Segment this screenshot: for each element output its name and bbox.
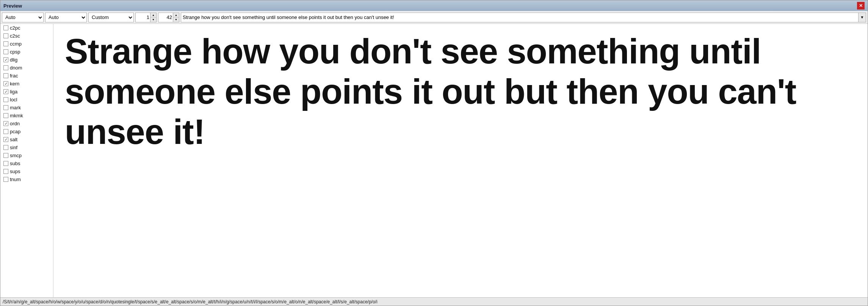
spinner2-down-button[interactable]: ▼	[173, 17, 179, 22]
sidebar-item-smcp[interactable]: smcp	[0, 151, 53, 159]
checkbox-kern[interactable]	[3, 81, 8, 86]
sidebar-item-sinf[interactable]: sinf	[0, 144, 53, 151]
checkbox-cpsp[interactable]	[3, 49, 8, 54]
sidebar: c2pcc2scccmpcpspdligdnomfrackernligalocl…	[0, 24, 53, 297]
sidebar-item-sups[interactable]: sups	[0, 167, 53, 175]
sidebar-item-locl[interactable]: locl	[0, 96, 53, 104]
sidebar-label-subs: subs	[10, 161, 20, 166]
spinner2-input[interactable]	[158, 13, 173, 22]
sidebar-label-smcp: smcp	[10, 153, 22, 158]
spinner1-input[interactable]	[136, 13, 150, 22]
preview-text-input[interactable]	[181, 13, 859, 22]
window-title: Preview	[3, 3, 22, 9]
checkbox-pcap[interactable]	[3, 129, 8, 134]
sidebar-label-pcap: pcap	[10, 129, 20, 134]
sidebar-item-salt[interactable]: salt	[0, 136, 53, 144]
checkbox-mkmk[interactable]	[3, 113, 8, 118]
sidebar-item-frac[interactable]: frac	[0, 72, 53, 80]
main-window: Preview ✕ Auto Auto Custom ▲ ▼ ▲ ▼	[0, 0, 868, 306]
checkbox-sinf[interactable]	[3, 145, 8, 150]
checkbox-ccmp[interactable]	[3, 41, 8, 46]
sidebar-item-ordn[interactable]: ordn	[0, 120, 53, 128]
sidebar-item-kern[interactable]: kern	[0, 80, 53, 88]
auto2-select[interactable]: Auto	[45, 13, 87, 22]
sidebar-label-sups: sups	[10, 169, 20, 174]
sidebar-label-c2pc: c2pc	[10, 25, 20, 31]
checkbox-ordn[interactable]	[3, 121, 8, 126]
checkbox-sups[interactable]	[3, 169, 8, 174]
sidebar-label-ordn: ordn	[10, 121, 20, 126]
checkbox-mark[interactable]	[3, 105, 8, 110]
sidebar-item-ccmp[interactable]: ccmp	[0, 40, 53, 48]
sidebar-label-locl: locl	[10, 97, 17, 103]
sidebar-label-dnom: dnom	[10, 65, 22, 71]
spinner1-down-button[interactable]: ▼	[150, 17, 156, 22]
title-bar: Preview ✕	[0, 0, 868, 11]
preview-text-display: Strange how you don't see something unti…	[65, 32, 856, 152]
sidebar-label-mkmk: mkmk	[10, 113, 23, 118]
checkbox-liga[interactable]	[3, 89, 8, 94]
sidebar-label-tnum: tnum	[10, 177, 21, 182]
preview-area: Strange how you don't see something unti…	[53, 24, 868, 297]
status-text: /S/t/r/a/n/g/e_alt/space/h/o/w/space/y/o…	[3, 299, 378, 304]
sidebar-label-liga: liga	[10, 89, 17, 95]
sidebar-item-mkmk[interactable]: mkmk	[0, 112, 53, 120]
sidebar-label-sinf: sinf	[10, 145, 17, 150]
sidebar-label-ccmp: ccmp	[10, 41, 22, 47]
sidebar-item-cpsp[interactable]: cpsp	[0, 48, 53, 56]
text-dropdown-arrow[interactable]: ▼	[859, 13, 866, 22]
spinner2-up-button[interactable]: ▲	[173, 13, 179, 17]
content-area: c2pcc2scccmpcpspdligdnomfrackernligalocl…	[0, 24, 868, 297]
sidebar-item-subs[interactable]: subs	[0, 159, 53, 167]
checkbox-c2pc[interactable]	[3, 25, 8, 30]
spinner1-container: ▲ ▼	[135, 13, 157, 22]
sidebar-item-pcap[interactable]: pcap	[0, 128, 53, 136]
sidebar-item-liga[interactable]: liga	[0, 88, 53, 96]
spinner2-container: ▲ ▼	[158, 13, 179, 22]
sidebar-label-mark: mark	[10, 105, 21, 110]
sidebar-item-dnom[interactable]: dnom	[0, 64, 53, 72]
sidebar-item-c2sc[interactable]: c2sc	[0, 32, 53, 40]
auto1-select[interactable]: Auto	[2, 13, 44, 22]
close-button[interactable]: ✕	[857, 2, 865, 9]
status-bar: /S/t/r/a/n/g/e_alt/space/h/o/w/space/y/o…	[0, 297, 868, 306]
sidebar-label-dlig: dlig	[10, 57, 17, 63]
toolbar: Auto Auto Custom ▲ ▼ ▲ ▼ ▼	[0, 11, 868, 24]
sidebar-label-c2sc: c2sc	[10, 33, 20, 39]
checkbox-smcp[interactable]	[3, 153, 8, 158]
sidebar-item-tnum[interactable]: tnum	[0, 175, 53, 183]
spinner1-buttons: ▲ ▼	[150, 13, 156, 22]
checkbox-subs[interactable]	[3, 161, 8, 166]
checkbox-tnum[interactable]	[3, 177, 8, 182]
spinner1-up-button[interactable]: ▲	[150, 13, 156, 17]
checkbox-locl[interactable]	[3, 97, 8, 102]
text-combo: ▼	[181, 13, 866, 22]
spinner2-buttons: ▲ ▼	[173, 13, 179, 22]
sidebar-item-c2pc[interactable]: c2pc	[0, 24, 53, 32]
sidebar-item-mark[interactable]: mark	[0, 104, 53, 112]
custom-select[interactable]: Custom	[88, 13, 134, 22]
checkbox-dnom[interactable]	[3, 65, 8, 70]
sidebar-label-kern: kern	[10, 81, 19, 87]
sidebar-label-salt: salt	[10, 137, 17, 142]
checkbox-dlig[interactable]	[3, 57, 8, 62]
checkbox-c2sc[interactable]	[3, 33, 8, 38]
sidebar-label-cpsp: cpsp	[10, 49, 20, 55]
sidebar-label-frac: frac	[10, 73, 18, 79]
checkbox-salt[interactable]	[3, 137, 8, 142]
checkbox-frac[interactable]	[3, 73, 8, 78]
sidebar-item-dlig[interactable]: dlig	[0, 56, 53, 64]
